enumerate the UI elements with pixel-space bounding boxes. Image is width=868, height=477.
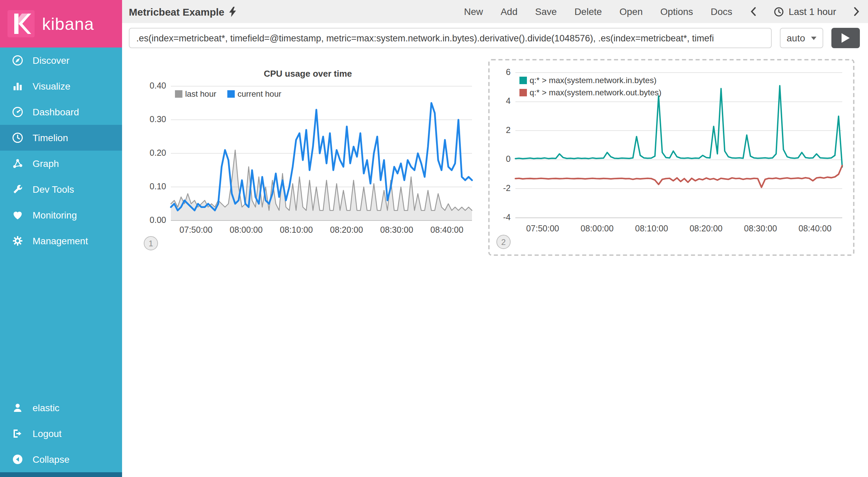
lightning-icon (229, 6, 237, 17)
svg-text:0.00: 0.00 (150, 215, 166, 225)
sidebar-item-graph[interactable]: Graph (0, 151, 122, 176)
sidebar-item-dev-tools[interactable]: Dev Tools (0, 176, 122, 202)
svg-text:4: 4 (506, 96, 511, 106)
menu-docs[interactable]: Docs (711, 6, 732, 17)
page-title: Metricbeat Example (129, 6, 237, 17)
svg-text:0: 0 (506, 154, 511, 164)
svg-text:08:20:00: 08:20:00 (330, 225, 363, 234)
sidebar-item-label: Visualize (33, 81, 71, 92)
chevron-left-icon (750, 7, 756, 16)
sidebar-item-collapse[interactable]: Collapse (0, 446, 122, 472)
time-picker-label: Last 1 hour (789, 6, 836, 17)
chart-legend[interactable]: q:* > max(system.network.in.bytes)q:* > … (519, 76, 662, 97)
monitoring-icon (12, 209, 24, 221)
svg-text:0.10: 0.10 (150, 182, 166, 191)
sidebar-nav: Discover Visualize Dashboard (0, 47, 122, 254)
sidebar-item-label: Logout (33, 428, 62, 439)
brand-name: kibana (42, 14, 94, 34)
logout-icon (12, 427, 24, 440)
svg-text:08:00:00: 08:00:00 (230, 225, 262, 234)
kibana-logo[interactable]: kibana (0, 0, 122, 47)
timelion-panel-1[interactable]: CPU usage over time 0.000.100.200.300.40… (136, 59, 480, 257)
panel-number-badge: 1 (144, 236, 158, 250)
svg-text:0.30: 0.30 (150, 114, 166, 124)
svg-text:2: 2 (506, 125, 511, 135)
series-q-max-system-network-in-bytes- (515, 86, 842, 167)
svg-text:08:30:00: 08:30:00 (744, 224, 777, 233)
svg-text:08:40:00: 08:40:00 (798, 224, 831, 233)
collapse-icon (12, 453, 24, 465)
chart-2-plot: 6420-2-407:50:0008:00:0008:10:0008:20:00… (495, 66, 848, 237)
svg-text:08:30:00: 08:30:00 (380, 225, 413, 234)
chevron-down-icon (811, 36, 816, 40)
series-q-max-system-network-out-bytes- (515, 166, 842, 187)
svg-text:q:* > max(system.network.in.by: q:* > max(system.network.in.bytes) (530, 76, 656, 85)
timelion-sheet: CPU usage over time 0.000.100.200.300.40… (122, 52, 868, 257)
time-back-button[interactable] (750, 7, 756, 16)
sidebar-item-discover[interactable]: Discover (0, 47, 122, 73)
svg-text:08:20:00: 08:20:00 (690, 224, 723, 233)
svg-text:-2: -2 (503, 183, 511, 193)
sidebar-item-elastic[interactable]: elastic (0, 395, 122, 421)
kibana-app: kibana Discover Visualize (0, 0, 868, 477)
visualize-icon (12, 80, 24, 92)
sidebar-bottom-strip (0, 472, 122, 477)
time-forward-button[interactable] (854, 7, 860, 16)
discover-icon (12, 54, 24, 66)
chart-1-plot: 0.000.100.200.300.4007:50:0008:00:0008:1… (141, 81, 475, 238)
sidebar-item-monitoring[interactable]: Monitoring (0, 202, 122, 228)
svg-text:07:50:00: 07:50:00 (179, 225, 212, 234)
svg-text:6: 6 (506, 67, 511, 77)
menu-delete[interactable]: Delete (574, 6, 602, 17)
menu-new[interactable]: New (464, 6, 483, 17)
main-area: Metricbeat Example New Add Save Delete O… (122, 0, 868, 477)
graph-icon (12, 157, 24, 170)
interval-value: auto (787, 33, 805, 43)
query-bar: auto (122, 23, 868, 52)
sidebar-item-dashboard[interactable]: Dashboard (0, 99, 122, 125)
sidebar-item-visualize[interactable]: Visualize (0, 73, 122, 99)
play-button[interactable] (831, 28, 860, 48)
clock-icon (774, 6, 784, 17)
sidebar-footer: elastic Logout Collapse (0, 395, 122, 477)
svg-text:-4: -4 (503, 212, 511, 222)
topbar: Metricbeat Example New Add Save Delete O… (122, 0, 868, 23)
menu-save[interactable]: Save (535, 6, 557, 17)
sidebar-item-label: Monitoring (33, 210, 77, 221)
chart-title: CPU usage over time (141, 67, 475, 81)
timelion-panel-2[interactable]: 6420-2-407:50:0008:00:0008:10:0008:20:00… (488, 59, 854, 256)
sidebar-item-label: Discover (33, 55, 70, 66)
dashboard-icon (12, 106, 24, 118)
sidebar-item-timelion[interactable]: Timelion (0, 125, 122, 151)
sidebar-item-label: Management (33, 235, 88, 246)
sidebar-item-label: Dashboard (33, 107, 79, 117)
svg-text:08:40:00: 08:40:00 (430, 225, 463, 234)
sidebar-item-management[interactable]: Management (0, 228, 122, 254)
topbar-menu: New Add Save Delete Open Options Docs (464, 6, 860, 17)
chevron-right-icon (854, 7, 860, 16)
panel-number-badge: 2 (496, 235, 511, 249)
menu-add[interactable]: Add (500, 6, 517, 17)
sidebar-item-logout[interactable]: Logout (0, 421, 122, 446)
svg-text:0.40: 0.40 (150, 81, 166, 90)
menu-open[interactable]: Open (619, 6, 643, 17)
chart-legend[interactable]: last hourcurrent hour (175, 89, 281, 98)
sidebar-item-label: elastic (33, 402, 59, 413)
management-icon (12, 235, 24, 247)
svg-text:07:50:00: 07:50:00 (526, 224, 559, 233)
kibana-logo-icon (7, 10, 35, 37)
menu-options[interactable]: Options (660, 6, 693, 17)
user-icon (12, 402, 24, 414)
svg-text:last hour: last hour (185, 89, 216, 98)
interval-select[interactable]: auto (780, 28, 823, 48)
svg-text:current hour: current hour (237, 89, 281, 98)
timelion-icon (12, 132, 24, 144)
sidebar-item-label: Timelion (33, 132, 68, 143)
timelion-query-input[interactable] (129, 28, 772, 48)
time-picker[interactable]: Last 1 hour (774, 6, 836, 17)
svg-text:08:10:00: 08:10:00 (280, 225, 313, 234)
play-icon (842, 33, 850, 43)
svg-text:08:00:00: 08:00:00 (580, 224, 613, 233)
sidebar: kibana Discover Visualize (0, 0, 122, 477)
svg-text:08:10:00: 08:10:00 (635, 224, 668, 233)
